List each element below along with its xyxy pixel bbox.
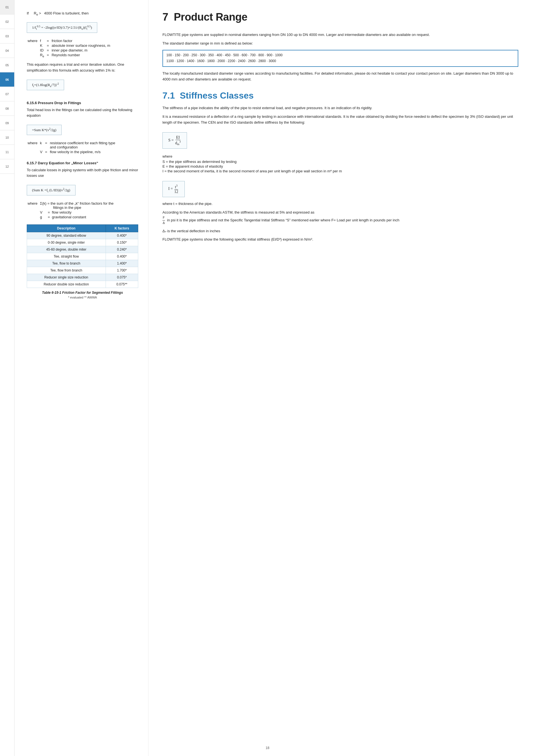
- sidebar-item-10[interactable]: 10: [0, 130, 14, 145]
- friction-factor-table: Description K factors 90 degree, standar…: [27, 225, 138, 288]
- if-line: If Re > 4000 Flow is turbulent, then: [27, 11, 138, 16]
- table-header-k-factors: K factors: [106, 225, 138, 232]
- section-71-heading: 7.1 Stiffness Classes: [162, 91, 518, 101]
- sidebar-item-12[interactable]: 12: [0, 159, 14, 174]
- table-row: Tee, flow to branch1.400*: [27, 260, 138, 267]
- right-para-6c: Δᵥ is the vertical deflection in inches: [162, 228, 518, 234]
- table-row: Reducer double size reduction0.075**: [27, 281, 138, 288]
- right-para-5: It is a measured resistance of a deflect…: [162, 114, 518, 125]
- table-row: 0-30 degree, single miter0.150*: [27, 239, 138, 246]
- where-list-2: where k = resistance coefficient for eac…: [27, 141, 138, 154]
- table-footnote: * evaluated ** AWWA: [27, 296, 138, 299]
- page-number: 18: [263, 745, 271, 750]
- table-row: 45-60 degree, double miter0.240*: [27, 246, 138, 253]
- right-para-1: FLOWTITE pipe systems are supplied in no…: [162, 32, 518, 38]
- table-row: Tee, straight flow0.400*: [27, 253, 138, 260]
- chapter-heading: 7 Product Range: [162, 11, 518, 23]
- sidebar-item-01[interactable]: 01: [0, 0, 14, 14]
- right-para-6d: FLOWTITE pipe systems show the following…: [162, 237, 518, 243]
- right-para-2: The standard diameter range in mm is def…: [162, 40, 518, 46]
- diameter-range-box: 100 · 150 · 200 · 250 · 300 · 350 · 400 …: [162, 50, 518, 67]
- right-para-4: The stiffness of a pipe indicates the ab…: [162, 105, 518, 111]
- table-row: Tee, flow from branch1.700*: [27, 267, 138, 274]
- where-list-3: where Σ(k) = the sum of the „k“ friction…: [27, 201, 138, 219]
- para-2: Total head loss in the fittings can be c…: [27, 107, 138, 119]
- right-para-3: The locally manufactured standard diamet…: [162, 71, 518, 82]
- sidebar-item-05[interactable]: 05: [0, 58, 14, 72]
- sidebar-item-02[interactable]: 02: [0, 14, 14, 29]
- right-column: 7 Product Range FLOWTITE pipe systems ar…: [148, 0, 535, 756]
- sidebar: 01 02 03 04 05 06 07 08 09 10 11 12: [0, 0, 14, 756]
- table-caption: Table 6-15-1 Friction Factor for Segment…: [27, 291, 138, 295]
- table-header-description: Description: [27, 225, 106, 232]
- sidebar-item-08[interactable]: 08: [0, 101, 14, 116]
- right-para-6: According to the American standards ASTM…: [162, 210, 518, 226]
- equation-S-box: S = EI dm3: [162, 132, 187, 149]
- main-content: If Re > 4000 Flow is turbulent, then 1/f…: [14, 0, 535, 756]
- subsection-6157: 6.15.7 Darcy Equation for „Minor Losses“: [27, 161, 138, 165]
- sidebar-item-07[interactable]: 07: [0, 87, 14, 101]
- equation-1-box: 1/ft0.5 = -2log((e/ID)/3.7)+2.51/(Re)(ft…: [27, 22, 97, 33]
- left-column: If Re > 4000 Flow is turbulent, then 1/f…: [14, 0, 148, 756]
- sidebar-item-04[interactable]: 04: [0, 43, 14, 58]
- where-list-4: where S = the pipe stiffness as determin…: [162, 154, 518, 173]
- equation-4-box: (Sum K +ft (L/ID))(v2/2g): [27, 185, 75, 196]
- sidebar-item-11[interactable]: 11: [0, 145, 14, 159]
- right-where5: where t = thickness of the pipe.: [162, 201, 518, 207]
- table-row: 90 degree, standard elbow0.400*: [27, 232, 138, 239]
- where-list-1: where f = friction factor K = absolute i…: [27, 39, 138, 58]
- equation-2-box: ft=(1.8log(Re/7))-2: [27, 80, 64, 90]
- sidebar-item-06[interactable]: 06: [0, 72, 14, 87]
- para-3: To calculate losses in piping systems wi…: [27, 167, 138, 179]
- sidebar-item-09[interactable]: 09: [0, 116, 14, 130]
- equation-I-box: I = t3 12: [162, 181, 185, 197]
- para-1: This equation requires a trial and error…: [27, 62, 138, 73]
- table-row: Reducer single size reduction0.075*: [27, 274, 138, 281]
- sidebar-item-03[interactable]: 03: [0, 29, 14, 43]
- equation-3-box: =Sum K*(v2/2g): [27, 125, 62, 135]
- subsection-6156: 6.15.6 Pressure Drop in Fittings: [27, 101, 138, 105]
